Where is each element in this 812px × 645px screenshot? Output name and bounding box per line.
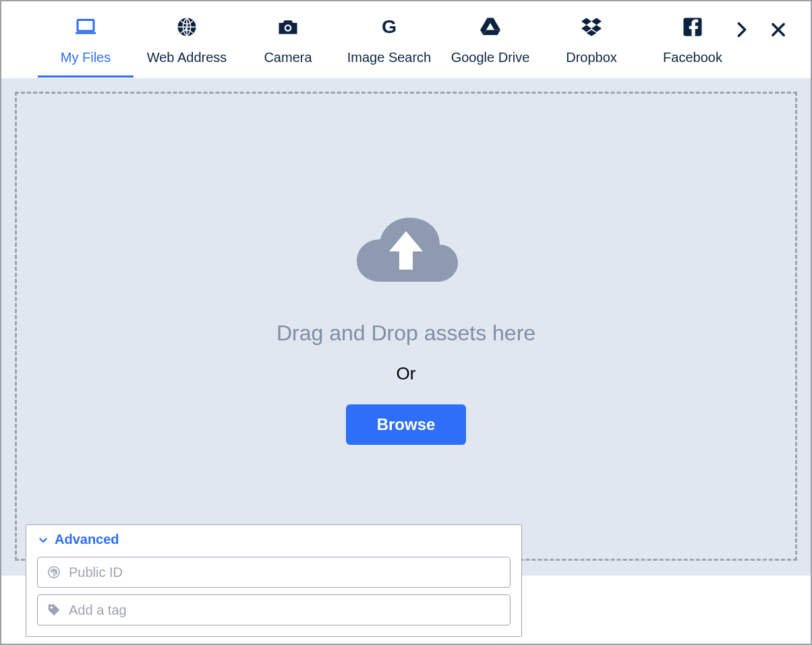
tab-label: Camera	[264, 50, 312, 65]
tag-input[interactable]	[69, 603, 502, 618]
tab-image-search[interactable]: G Image Search	[339, 2, 440, 78]
camera-icon	[274, 13, 301, 40]
dropbox-icon	[578, 13, 605, 40]
upload-main-area: Drag and Drop assets here Or Browse	[1, 78, 811, 576]
tabbar-right-controls	[726, 13, 801, 46]
upload-source-tabs: My Files Web Address Camera G Image Sear…	[1, 2, 804, 78]
tab-dropbox[interactable]: Dropbox	[541, 2, 642, 78]
chevron-down-icon	[37, 534, 49, 546]
cloud-upload-icon	[349, 208, 463, 291]
tab-label: My Files	[61, 50, 111, 65]
laptop-icon	[72, 13, 99, 40]
tag-field-wrapper	[37, 594, 511, 625]
public-id-field-wrapper	[37, 557, 511, 588]
gdrive-icon	[477, 13, 504, 40]
tab-google-drive[interactable]: Google Drive	[440, 2, 541, 78]
tab-label: Image Search	[347, 50, 432, 65]
drop-zone[interactable]: Drag and Drop assets here Or Browse	[15, 92, 797, 561]
tab-label: Google Drive	[451, 50, 530, 65]
tab-label: Web Address	[147, 50, 227, 65]
tab-my-files[interactable]: My Files	[35, 2, 136, 78]
tab-web-address[interactable]: Web Address	[136, 2, 237, 78]
or-text: Or	[397, 363, 416, 384]
advanced-title: Advanced	[55, 532, 119, 547]
google-icon: G	[376, 13, 403, 40]
tag-icon	[46, 602, 62, 618]
svg-rect-0	[78, 20, 94, 32]
tab-label: Dropbox	[566, 50, 617, 65]
fingerprint-icon	[46, 564, 62, 580]
advanced-toggle[interactable]: Advanced	[37, 532, 511, 547]
browse-button[interactable]: Browse	[346, 404, 467, 445]
close-button[interactable]	[762, 13, 794, 46]
svg-rect-1	[76, 32, 96, 34]
svg-point-5	[286, 26, 290, 30]
advanced-panel: Advanced	[26, 524, 522, 637]
globe-icon	[173, 13, 200, 40]
tabs-next-button[interactable]	[726, 13, 758, 46]
upload-source-tabbar: My Files Web Address Camera G Image Sear…	[1, 1, 811, 78]
svg-point-9	[51, 607, 53, 609]
svg-text:G: G	[382, 16, 397, 37]
tab-camera[interactable]: Camera	[237, 2, 339, 78]
drop-instruction-text: Drag and Drop assets here	[277, 321, 535, 346]
tab-label: Facebook	[663, 50, 722, 65]
facebook-icon	[679, 13, 706, 40]
public-id-input[interactable]	[69, 565, 502, 580]
